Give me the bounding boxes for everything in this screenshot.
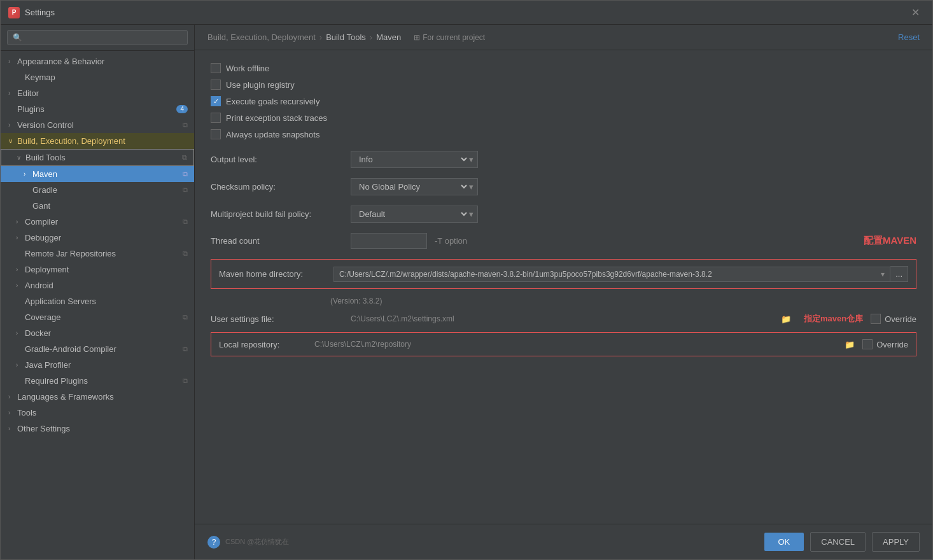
checkbox-always-update-box[interactable] <box>211 129 221 139</box>
sidebar-item-build-execution[interactable]: ∨ Build, Execution, Deployment <box>1 133 194 149</box>
checkbox-always-update[interactable]: Always update snapshots <box>211 129 916 139</box>
apply-button[interactable]: APPLY <box>872 532 920 552</box>
sidebar-item-gradle-android[interactable]: Gradle-Android Compiler ⧉ <box>1 341 194 357</box>
sidebar-item-appearance[interactable]: › Appearance & Behavior <box>1 53 194 69</box>
copy-icon: ⧉ <box>183 121 188 129</box>
maven-home-dropdown[interactable]: C:/Users/LCZ/.m2/wrapper/dists/apache-ma… <box>333 267 890 282</box>
app-icon: P <box>8 7 20 18</box>
checkbox-print-exception-box[interactable] <box>211 113 221 123</box>
sidebar-item-app-servers[interactable]: Application Servers <box>1 293 194 309</box>
sidebar-item-languages[interactable]: › Languages & Frameworks <box>1 389 194 405</box>
local-repo-override-checkbox[interactable] <box>862 339 873 349</box>
sidebar-item-coverage[interactable]: Coverage ⧉ <box>1 309 194 325</box>
breadcrumb-part-1: Build, Execution, Deployment <box>207 32 316 42</box>
specify-maven-repo-annotation: 指定maven仓库 <box>804 313 863 325</box>
content-area: › Appearance & Behavior Keymap › Editor … <box>1 25 932 559</box>
sidebar-item-plugins[interactable]: Plugins 4 <box>1 101 194 117</box>
sidebar-item-build-tools[interactable]: ∨ Build Tools ⧉ <box>1 149 194 166</box>
bottom-buttons: OK CANCEL APPLY <box>764 532 920 552</box>
sidebar-item-label: Java Profiler <box>25 360 71 370</box>
sidebar-item-deployment[interactable]: › Deployment <box>1 262 194 277</box>
sidebar: › Appearance & Behavior Keymap › Editor … <box>1 25 195 559</box>
sidebar-item-editor[interactable]: › Editor <box>1 85 194 101</box>
user-settings-folder-icon[interactable]: 📁 <box>781 314 791 324</box>
close-button[interactable]: ✕ <box>906 4 925 21</box>
sidebar-item-remote-jar[interactable]: Remote Jar Repositories ⧉ <box>1 246 194 262</box>
help-button[interactable]: ? <box>207 536 220 549</box>
search-input[interactable] <box>7 30 188 45</box>
arrow-icon: › <box>16 330 25 337</box>
search-bar <box>1 25 194 51</box>
sidebar-item-required-plugins[interactable]: Required Plugins ⧉ <box>1 373 194 389</box>
user-settings-override-label: Override <box>885 314 916 324</box>
breadcrumb-sep-2: › <box>370 32 372 42</box>
ok-button[interactable]: OK <box>764 533 804 551</box>
sidebar-item-label: Appearance & Behavior <box>17 57 104 66</box>
sidebar-item-label: Required Plugins <box>25 376 88 386</box>
output-level-select[interactable]: Info Debug Warn Error <box>351 151 469 167</box>
checkbox-execute-goals-box[interactable] <box>211 96 221 106</box>
multiproject-policy-select[interactable]: Default Fail At End Fail Fast Never Fail <box>351 206 469 222</box>
sidebar-item-version-control[interactable]: › Version Control ⧉ <box>1 117 194 133</box>
checkbox-use-plugin-registry[interactable]: Use plugin registry <box>211 80 916 90</box>
configure-maven-annotation: 配置MAVEN <box>864 235 916 247</box>
checkbox-always-update-label: Always update snapshots <box>226 130 319 139</box>
sidebar-item-label: Debugger <box>25 233 61 242</box>
multiproject-policy-row: Multiproject build fail policy: Default … <box>211 206 916 223</box>
cancel-button[interactable]: CANCEL <box>810 532 866 552</box>
sidebar-item-other-settings[interactable]: › Other Settings <box>1 421 194 437</box>
copy-icon: ⧉ <box>183 186 188 194</box>
checksum-policy-dropdown[interactable]: No Global Policy Warn Fail Ignore ▾ <box>351 178 478 195</box>
plugins-badge: 4 <box>176 105 188 113</box>
breadcrumb-part-3: Maven <box>376 32 401 42</box>
checkbox-work-offline-label: Work offline <box>226 64 269 73</box>
checkbox-print-exception[interactable]: Print exception stack traces <box>211 113 916 123</box>
arrow-icon: › <box>8 409 17 416</box>
checkbox-execute-goals[interactable]: Execute goals recursively <box>211 96 916 106</box>
sidebar-item-label: Maven <box>32 169 57 179</box>
sidebar-item-label: Remote Jar Repositories <box>25 249 116 258</box>
maven-home-browse-button[interactable]: ... <box>890 266 908 282</box>
sidebar-item-label: Languages & Frameworks <box>17 392 114 402</box>
checkbox-work-offline[interactable]: Work offline <box>211 63 916 73</box>
reset-button[interactable]: Reset <box>898 32 920 42</box>
sidebar-item-android[interactable]: › Android <box>1 277 194 293</box>
sidebar-item-java-profiler[interactable]: › Java Profiler <box>1 357 194 373</box>
settings-window: P Settings ✕ › Appearance & Behavior Key… <box>0 0 933 560</box>
sidebar-item-compiler[interactable]: › Compiler ⧉ <box>1 214 194 230</box>
arrow-icon: › <box>8 90 17 97</box>
bottom-bar: ? CSDN @花仿情犹在 OK CANCEL APPLY <box>195 524 932 559</box>
sidebar-item-label: Plugins <box>17 104 45 114</box>
sidebar-item-maven[interactable]: › Maven ⧉ <box>1 166 194 182</box>
checkbox-work-offline-box[interactable] <box>211 63 221 73</box>
multiproject-policy-dropdown[interactable]: Default Fail At End Fail Fast Never Fail… <box>351 206 478 223</box>
maven-home-label: Maven home directory: <box>219 269 333 279</box>
checksum-policy-select[interactable]: No Global Policy Warn Fail Ignore <box>351 179 469 195</box>
local-repo-label: Local repository: <box>219 340 314 349</box>
sidebar-item-docker[interactable]: › Docker <box>1 325 194 341</box>
sidebar-item-label: Coverage <box>25 312 60 322</box>
arrow-icon: ∨ <box>17 154 25 161</box>
thread-count-input[interactable] <box>351 233 427 249</box>
user-settings-override-checkbox[interactable] <box>871 314 881 324</box>
breadcrumb-bar: Build, Execution, Deployment › Build Too… <box>195 25 932 50</box>
arrow-icon: › <box>16 266 25 273</box>
sidebar-item-debugger[interactable]: › Debugger <box>1 230 194 246</box>
sidebar-item-label: Application Servers <box>25 297 96 306</box>
sidebar-item-tools[interactable]: › Tools <box>1 405 194 421</box>
checkbox-use-plugin-registry-box[interactable] <box>211 80 221 90</box>
multiproject-policy-label: Multiproject build fail policy: <box>211 209 351 219</box>
local-repo-folder-icon[interactable]: 📁 <box>845 340 855 349</box>
copy-icon: ⧉ <box>182 153 187 162</box>
sidebar-item-keymap[interactable]: Keymap <box>1 69 194 85</box>
maven-home-row: Maven home directory: C:/Users/LCZ/.m2/w… <box>211 259 916 289</box>
sidebar-item-gradle[interactable]: Gradle ⧉ <box>1 182 194 198</box>
settings-content: Work offline Use plugin registry Execute… <box>195 50 932 524</box>
user-settings-label: User settings file: <box>211 314 351 324</box>
breadcrumb-sep-1: › <box>319 32 322 42</box>
local-repo-override-label: Override <box>876 340 908 349</box>
copy-icon: ⧉ <box>183 218 188 226</box>
sidebar-item-gant[interactable]: Gant <box>1 198 194 214</box>
output-level-dropdown[interactable]: Info Debug Warn Error ▾ <box>351 151 478 168</box>
arrow-icon: › <box>16 218 25 225</box>
